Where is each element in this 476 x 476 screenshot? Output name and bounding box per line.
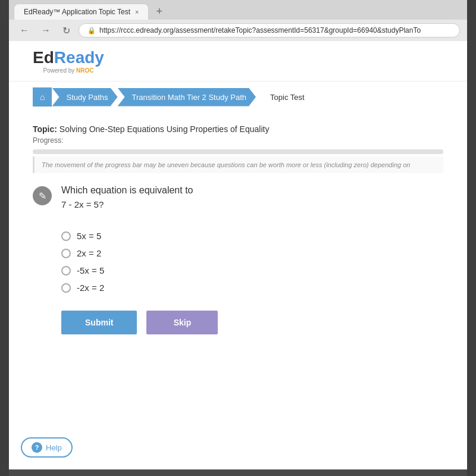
- breadcrumb-current: Topic Test: [256, 88, 314, 107]
- powered-by-text: Powered by: [43, 67, 74, 74]
- nroc-text: NROC: [76, 67, 93, 74]
- submit-button[interactable]: Submit: [61, 311, 137, 334]
- option-label-2: 2x = 2: [77, 248, 101, 258]
- main-content: Topic: Solving One-Step Equations Using …: [9, 112, 467, 346]
- pencil-icon: ✎: [39, 190, 46, 202]
- new-tab-button[interactable]: +: [151, 5, 167, 18]
- action-buttons: Submit Skip: [61, 311, 443, 334]
- topic-label-text: Topic:: [33, 124, 57, 134]
- progress-label: Progress:: [33, 136, 443, 145]
- refresh-button[interactable]: ↻: [59, 24, 74, 37]
- home-button[interactable]: ⌂: [33, 87, 52, 107]
- option-item[interactable]: -2x = 2: [61, 283, 443, 293]
- tab-bar: EdReady™ Application Topic Test × +: [9, 0, 467, 20]
- logo-text: EdReady: [33, 48, 104, 67]
- url-text: https://rccc.edready.org/assessment/reta…: [99, 26, 421, 35]
- options-list: 5x = 5 2x = 2 -5x = 5 -2x = 2: [61, 231, 443, 293]
- tab-title: EdReady™ Application Topic Test: [24, 8, 130, 16]
- lock-icon: 🔒: [87, 27, 96, 35]
- help-button[interactable]: ? Help: [21, 437, 73, 458]
- question-block: ✎ Which equation is equivalent to 7 - 2x…: [33, 185, 443, 219]
- option-radio-2[interactable]: [61, 249, 71, 258]
- forward-button[interactable]: →: [37, 24, 54, 37]
- edready-header: EdReady Powered by NROC: [9, 41, 467, 82]
- address-bar: ← → ↻ 🔒 https://rccc.edready.org/assessm…: [9, 20, 467, 41]
- question-text: Which equation is equivalent to 7 - 2x =…: [61, 185, 443, 219]
- option-radio-1[interactable]: [61, 231, 71, 241]
- option-radio-4[interactable]: [61, 283, 71, 293]
- back-button[interactable]: ←: [16, 24, 33, 37]
- logo-ready: Ready: [54, 48, 104, 67]
- edready-logo: EdReady Powered by NROC: [33, 48, 104, 74]
- option-item[interactable]: 5x = 5: [61, 231, 443, 241]
- option-label-3: -5x = 5: [77, 265, 104, 275]
- skip-button[interactable]: Skip: [146, 311, 218, 334]
- help-icon: ?: [32, 442, 42, 453]
- option-label-1: 5x = 5: [77, 231, 101, 241]
- active-tab[interactable]: EdReady™ Application Topic Test ×: [14, 4, 149, 20]
- topic-label: Topic: Solving One-Step Equations Using …: [33, 124, 443, 134]
- option-radio-3[interactable]: [61, 266, 71, 275]
- browser-chrome: EdReady™ Application Topic Test × + ← → …: [9, 0, 467, 41]
- option-label-4: -2x = 2: [77, 283, 104, 293]
- topic-title: Solving One-Step Equations Using Propert…: [60, 124, 270, 134]
- logo-powered-by: Powered by NROC: [43, 67, 93, 74]
- question-main-text: Which equation is equivalent to: [61, 185, 443, 196]
- breadcrumb-study-paths[interactable]: Study Paths: [52, 88, 117, 107]
- page-content: EdReady Powered by NROC ⌂ Study Paths Tr…: [9, 41, 467, 469]
- option-item[interactable]: 2x = 2: [61, 248, 443, 258]
- tab-close-button[interactable]: ×: [135, 8, 139, 15]
- breadcrumb-study-path[interactable]: Transition Math Tier 2 Study Path: [118, 88, 256, 107]
- help-label: Help: [46, 443, 62, 452]
- breadcrumb: ⌂ Study Paths Transition Math Tier 2 Stu…: [9, 82, 467, 112]
- progress-bar-container: [33, 149, 443, 154]
- logo-ed: Ed: [33, 48, 54, 67]
- progress-note: The movement of the progress bar may be …: [33, 156, 443, 173]
- option-item[interactable]: -5x = 5: [61, 265, 443, 275]
- question-icon: ✎: [33, 186, 52, 205]
- question-sub-text: 7 - 2x = 5?: [61, 199, 443, 209]
- url-bar[interactable]: 🔒 https://rccc.edready.org/assessment/re…: [79, 23, 460, 37]
